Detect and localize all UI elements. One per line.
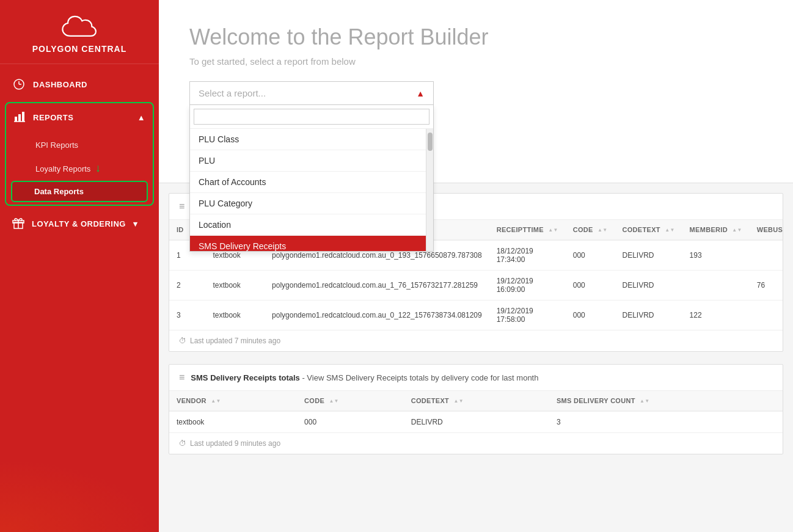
table-card-2-title: SMS Delivery Receipts totals - View SMS …: [191, 373, 538, 382]
col-memberid: MEMBERID ▲▼: [682, 220, 750, 240]
svg-rect-4: [18, 114, 21, 122]
table-2-footer: ⏱ Last updated 9 minutes ago: [169, 432, 783, 454]
report-select-container: Select a report... ▲ PLU Class PLU Chart…: [189, 81, 434, 105]
sidebar: POLYGON CENTRAL DASHBOARD REPORTS ▲ KPI …: [0, 0, 159, 532]
table-row: 3 textbook polygondemo1.redcatcloud.com.…: [169, 301, 783, 330]
table-card-sms-totals: ≡ SMS Delivery Receipts totals - View SM…: [169, 364, 783, 454]
col-receipttime: RECEIPTTIME ▲▼: [489, 220, 566, 240]
sidebar-item-loyalty-reports[interactable]: Loyalty Reports ↓: [6, 156, 153, 181]
table-2-last-updated: Last updated 9 minutes ago: [190, 439, 280, 448]
svg-rect-3: [15, 117, 17, 122]
table-row: textbook 000 DELIVRD 3: [169, 411, 783, 432]
sidebar-decoration: [0, 459, 159, 532]
gift-icon: [12, 217, 24, 231]
green-down-arrow: ↓: [95, 162, 101, 174]
cloud-icon: [61, 15, 98, 39]
clock-icon: [12, 78, 26, 91]
table-1-footer: ⏱ Last updated 7 minutes ago: [169, 330, 783, 351]
hamburger-icon-1: ≡: [179, 201, 185, 212]
sidebar-item-dashboard[interactable]: DASHBOARD: [0, 69, 159, 100]
clock-icon-2: ⏱: [179, 439, 186, 448]
dashboard-label: DASHBOARD: [33, 80, 87, 89]
sms-totals-tbody: textbook 000 DELIVRD 3: [169, 411, 783, 432]
sms-totals-thead: VENDOR ▲▼ CODE ▲▼ CODETEXT ▲▼ SMS DELIVE…: [169, 391, 783, 411]
reports-submenu: KPI Reports Loyalty Reports ↓ Data Repor…: [6, 132, 153, 205]
app-title: POLYGON CENTRAL: [32, 44, 127, 54]
sms-totals-table: VENDOR ▲▼ CODE ▲▼ CODETEXT ▲▼ SMS DELIVE…: [169, 391, 783, 432]
sidebar-item-kpi-reports[interactable]: KPI Reports: [6, 134, 153, 156]
sidebar-item-loyalty-ordering[interactable]: LOYALTY & ORDERING ▾: [0, 208, 159, 239]
table-row: 2 textbook polygondemo1.redcatcloud.com.…: [169, 271, 783, 301]
report-dropdown-list: PLU Class PLU Chart of Accounts PLU Cate…: [189, 105, 434, 252]
report-builder-panel: Welcome to the Report Builder To get sta…: [159, 0, 793, 183]
table-card-2-header: ≡ SMS Delivery Receipts totals - View SM…: [169, 365, 783, 391]
col-codetext-2: CODETEXT ▲▼: [404, 391, 549, 411]
dropdown-scrollbar: [426, 129, 433, 251]
col-sms-delivery-count: SMS DELIVERY COUNT ▲▼: [549, 391, 783, 411]
sidebar-item-reports[interactable]: REPORTS ▲: [6, 103, 153, 132]
dropdown-search-container: [190, 105, 433, 129]
sidebar-item-data-reports[interactable]: Data Reports: [11, 181, 148, 202]
dropdown-option-plu-class[interactable]: PLU Class: [190, 129, 426, 150]
dropdown-scroll-list: PLU Class PLU Chart of Accounts PLU Cate…: [190, 129, 426, 251]
dropdown-option-location[interactable]: Location: [190, 214, 426, 236]
col-webuserid: WEBUSERID ▲▼: [750, 220, 783, 240]
col-code: CODE ▲▼: [566, 220, 615, 240]
clock-icon-1: ⏱: [179, 337, 186, 345]
dropdown-option-plu-category[interactable]: PLU Category: [190, 193, 426, 214]
dropdown-search-input[interactable]: [194, 109, 429, 125]
dropdown-option-sms-delivery[interactable]: SMS Delivery Receipts: [190, 236, 426, 251]
report-builder-title: Welcome to the Report Builder: [189, 24, 762, 50]
col-vendor-2: VENDOR ▲▼: [169, 391, 297, 411]
col-code-2: CODE ▲▼: [297, 391, 404, 411]
reports-label: REPORTS: [33, 113, 73, 122]
main-content: Welcome to the Report Builder To get sta…: [159, 0, 793, 532]
scrollbar-thumb: [428, 133, 433, 151]
loyalty-ordering-label: LOYALTY & ORDERING: [32, 219, 126, 228]
dropdown-options-area: PLU Class PLU Chart of Accounts PLU Cate…: [190, 129, 433, 251]
dropdown-arrow-icon: ▲: [416, 89, 425, 98]
reports-section: REPORTS ▲ KPI Reports Loyalty Reports ↓ …: [5, 102, 154, 206]
report-select-placeholder: Select a report...: [199, 88, 266, 98]
loyalty-chevron: ▾: [133, 219, 138, 228]
report-builder-subtitle: To get started, select a report from bel…: [189, 56, 762, 67]
sms-receipts-tbody: 1 textbook polygondemo1.redcatcloud.com.…: [169, 240, 783, 330]
report-select-trigger[interactable]: Select a report... ▲: [189, 81, 434, 105]
sidebar-logo: POLYGON CENTRAL: [0, 0, 159, 64]
col-codetext: CODETEXT ▲▼: [615, 220, 682, 240]
reports-chevron: ▲: [137, 113, 145, 122]
dropdown-option-plu[interactable]: PLU: [190, 150, 426, 172]
table-1-last-updated: Last updated 7 minutes ago: [190, 337, 280, 345]
dropdown-option-chart-of-accounts[interactable]: Chart of Accounts: [190, 172, 426, 193]
hamburger-icon-2: ≡: [179, 372, 185, 383]
chart-icon: [13, 111, 26, 125]
svg-rect-5: [22, 112, 24, 122]
